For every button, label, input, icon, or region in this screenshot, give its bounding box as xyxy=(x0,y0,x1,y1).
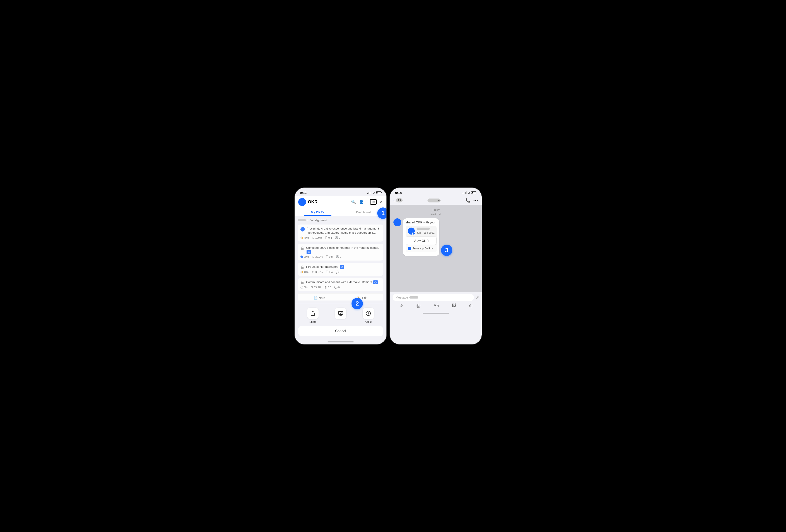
chat-icon-1: 💬 xyxy=(335,236,338,239)
more-icon[interactable]: ••• xyxy=(370,199,377,205)
more-dots-icon[interactable]: ••• xyxy=(473,198,478,203)
cancel-button[interactable]: Cancel xyxy=(298,326,383,336)
stat-db-val-4: 0.0 xyxy=(327,286,331,289)
image-icon[interactable]: 🖼 xyxy=(452,303,456,308)
share-icon-box xyxy=(307,308,319,319)
svg-rect-2 xyxy=(301,282,304,284)
stat-progress-4: 0% xyxy=(300,286,307,289)
about-action[interactable]: About xyxy=(363,308,374,323)
from-app-text: From app OKR xyxy=(413,247,430,250)
status-time-left: 9:13 xyxy=(300,191,306,194)
okr-item-4[interactable]: Communicate and consult with external cu… xyxy=(298,278,384,291)
stat-clock-val-4: 33.3% xyxy=(314,286,321,289)
header-icons: 🔍 👤 ••• ✕ xyxy=(351,199,383,205)
signal-bars-left xyxy=(367,191,371,194)
share-icon xyxy=(310,311,316,316)
about-icon-box xyxy=(363,308,374,319)
about-label: About xyxy=(365,320,372,323)
battery-right xyxy=(471,191,477,194)
stat-db-1: 🗄 0.4 xyxy=(325,236,332,239)
okr-avatar-1 xyxy=(300,227,305,231)
progress-circle-2 xyxy=(300,256,303,258)
clock-icon-1: ⏱ xyxy=(312,236,315,239)
okr-item-2[interactable]: Complete 2000 pieces of material in the … xyxy=(298,244,384,261)
okr-item-1-header: Precipitate creative experience and bran… xyxy=(300,227,381,235)
message-input-area: Message ⤢ ☺ @ Aa 🖼 ⊕ xyxy=(390,292,482,311)
people-icon[interactable]: 👤 xyxy=(359,200,364,204)
mention-icon[interactable]: @ xyxy=(416,303,421,308)
okr-item-2-header: Complete 2000 pieces of material in the … xyxy=(300,246,381,254)
stat-val-4: 0% xyxy=(304,286,307,289)
stat-chat-4: 💬 0 xyxy=(334,286,340,289)
search-icon[interactable]: 🔍 xyxy=(351,200,356,204)
okr-card-info: Jan – Jun 2021 xyxy=(417,228,435,235)
home-bar-left xyxy=(327,341,354,343)
at-tag-2: @ xyxy=(306,250,311,254)
stat-val-3: 40% xyxy=(304,271,309,274)
svg-rect-1 xyxy=(301,267,304,269)
view-okr-button[interactable]: View OKR xyxy=(406,236,437,245)
okr-card-avatar xyxy=(408,228,415,235)
okr-title-1: Precipitate creative experience and bran… xyxy=(306,227,381,235)
note-button[interactable]: 📄 Note xyxy=(314,296,325,300)
step-badge-3: 3 xyxy=(441,245,453,256)
progress-circle-4 xyxy=(300,286,303,289)
message-toolbar: ☺ @ Aa 🖼 ⊕ xyxy=(393,303,479,309)
plus-icon[interactable]: ⊕ xyxy=(469,303,473,308)
monitor-icon-box xyxy=(335,308,346,319)
emoji-icon[interactable]: ☺ xyxy=(399,303,403,308)
message-placeholder: Message xyxy=(396,296,408,299)
db-icon-2: 🗄 xyxy=(326,255,328,258)
lock-icon-3 xyxy=(300,265,304,269)
from-app-row: From app OKR ▶ xyxy=(406,245,437,252)
clock-icon-4: ⏱ xyxy=(310,286,313,289)
share-action[interactable]: Share xyxy=(307,308,319,323)
progress-circle-3 xyxy=(300,271,303,273)
okr-title-3: Hire 25 senior managers.@ xyxy=(306,265,344,269)
stat-clock-val-1: 100% xyxy=(315,236,322,239)
signal-bars-right xyxy=(463,191,467,194)
message-input-box[interactable]: Message xyxy=(393,294,474,301)
lock-icon-2 xyxy=(300,246,304,250)
tab-my-okrs[interactable]: My OKRs xyxy=(295,208,341,216)
wifi-icon-left: ⊖ xyxy=(372,191,375,194)
set-alignment: + Set alignment xyxy=(298,218,384,222)
note-label: Note xyxy=(319,296,325,300)
share-label: Share xyxy=(309,320,316,323)
voice-message[interactable]: ▶ xyxy=(427,199,441,203)
message-bubble: shared OKR with you Jan – Jun 2021 xyxy=(403,218,439,256)
stat-clock-val-2: 33.3% xyxy=(315,255,323,258)
app-header: OKR 🔍 👤 ••• ✕ xyxy=(295,196,387,208)
stat-progress-2: 80% xyxy=(300,255,309,258)
step-badge-1: 1 xyxy=(377,207,387,219)
monitor-action[interactable] xyxy=(335,308,346,323)
battery-left xyxy=(376,191,381,194)
home-indicator-left xyxy=(295,340,387,344)
okr-title-2: Complete 2000 pieces of material in the … xyxy=(306,246,381,254)
status-bar-right: 9:14 ⊖ xyxy=(390,188,482,196)
close-icon[interactable]: ✕ xyxy=(380,200,383,204)
okr-card-name-bar xyxy=(417,228,430,230)
msg-input-row: Message ⤢ xyxy=(393,294,479,301)
okr-item-1[interactable]: Precipitate creative experience and bran… xyxy=(298,225,384,241)
okr-stats-1: 40% ⏱ 100% 🗄 0.4 💬 0 xyxy=(300,236,381,239)
okr-stats-3: 40% ⏱ 33.3% 🗄 0.4 💬 0 xyxy=(300,271,381,274)
clock-icon-3: ⏱ xyxy=(312,271,315,274)
okr-period: Jan – Jun 2021 xyxy=(417,231,435,234)
back-button[interactable]: ‹ 13 xyxy=(393,198,402,203)
lock-icon-4 xyxy=(300,281,304,284)
okr-item-3[interactable]: Hire 25 senior managers.@ 40% ⏱ 33.3% 🗄 … xyxy=(298,263,384,276)
text-icon[interactable]: Aa xyxy=(434,303,439,308)
date-label: Today xyxy=(393,208,478,211)
okr-card-badge xyxy=(412,232,415,235)
stat-val-1: 40% xyxy=(304,236,309,239)
messages-area: Today 9:13 PM shared OKR with you xyxy=(390,205,482,292)
stat-chat-1: 💬 0 xyxy=(335,236,340,239)
phone-icon[interactable]: 📞 xyxy=(465,198,470,203)
status-icons-left: ⊖ xyxy=(367,191,381,194)
expand-button[interactable]: ⤢ xyxy=(476,295,479,300)
logo-text: OKR xyxy=(308,200,318,204)
okr-shared-card: Jan – Jun 2021 View OKR From app OKR ▶ xyxy=(406,226,437,252)
stat-clock-val-3: 33.3% xyxy=(315,271,323,274)
back-count-badge: 13 xyxy=(396,198,402,203)
